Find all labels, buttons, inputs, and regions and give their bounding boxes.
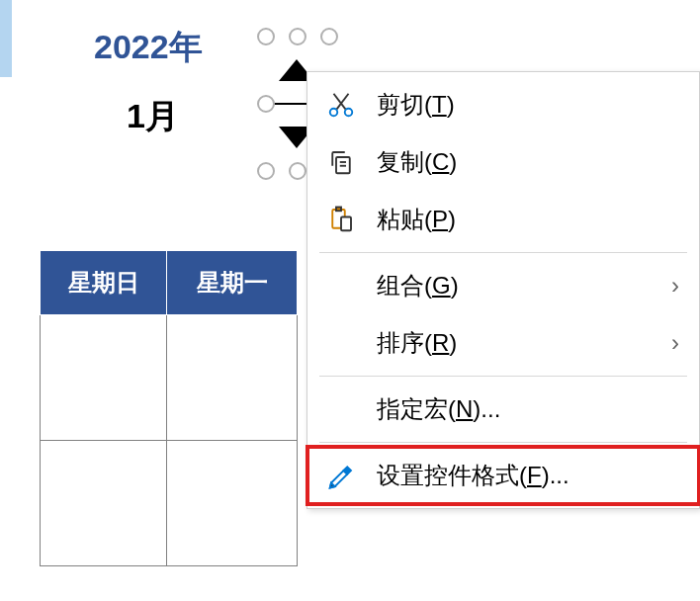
menu-label: 复制(C) [377, 146, 679, 178]
menu-separator [319, 376, 687, 377]
context-menu: 剪切(T) 复制(C) 粘贴(P) 组合(G) › [306, 71, 700, 509]
calendar-cell[interactable] [41, 315, 167, 441]
menu-label: 组合(G) [377, 270, 671, 301]
margin-indicator [0, 0, 12, 77]
selection-handle[interactable] [320, 28, 338, 45]
menu-separator [319, 252, 687, 253]
chevron-right-icon: › [671, 272, 679, 300]
svg-point-1 [345, 109, 353, 117]
year-label: 2022年 [94, 25, 203, 70]
selection-handle[interactable] [289, 162, 306, 180]
paste-icon [323, 202, 359, 237]
calendar-header-monday: 星期一 [167, 251, 298, 315]
calendar-cell[interactable] [167, 315, 298, 441]
svg-rect-9 [341, 217, 351, 231]
menu-label: 设置控件格式(F)... [377, 460, 679, 491]
calendar-table: 星期日 星期一 [40, 250, 298, 566]
menu-label: 指定宏(N)... [377, 393, 679, 425]
menu-item-copy[interactable]: 复制(C) [307, 133, 699, 191]
menu-item-group[interactable]: 组合(G) › [307, 257, 699, 314]
copy-icon [323, 144, 359, 180]
svg-point-0 [330, 109, 338, 117]
selection-handle[interactable] [257, 28, 275, 45]
menu-item-cut[interactable]: 剪切(T) [307, 76, 699, 133]
menu-label: 排序(R) [377, 327, 671, 359]
calendar-cell[interactable] [41, 441, 167, 566]
selection-handle[interactable] [257, 95, 275, 113]
menu-label: 剪切(T) [377, 89, 679, 121]
selection-handle[interactable] [289, 28, 306, 45]
menu-item-assign-macro[interactable]: 指定宏(N)... [307, 381, 699, 438]
chevron-right-icon: › [671, 329, 679, 357]
svg-rect-8 [336, 208, 341, 212]
menu-separator [319, 442, 687, 443]
month-label: 1月 [127, 94, 179, 139]
calendar-header-sunday: 星期日 [41, 251, 167, 315]
format-control-icon [323, 458, 359, 493]
menu-item-sort[interactable]: 排序(R) › [307, 314, 699, 372]
cut-icon [323, 87, 359, 123]
calendar-cell[interactable] [167, 441, 298, 566]
menu-item-paste[interactable]: 粘贴(P) [307, 191, 699, 248]
selection-handle[interactable] [257, 162, 275, 180]
menu-label: 粘贴(P) [377, 204, 679, 235]
menu-item-format-control[interactable]: 设置控件格式(F)... [307, 447, 699, 504]
